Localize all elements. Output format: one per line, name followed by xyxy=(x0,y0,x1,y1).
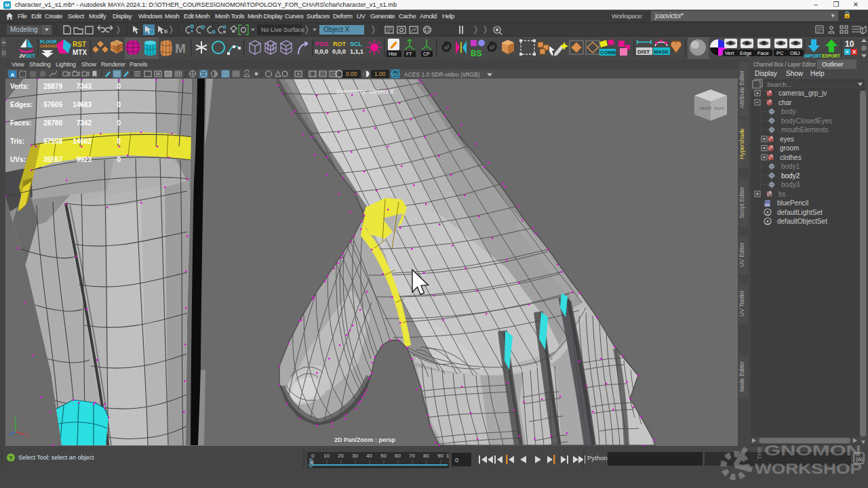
svg-text:1,1,1: 1,1,1 xyxy=(350,48,363,55)
svg-text:bluePencil: bluePencil xyxy=(777,199,808,207)
svg-text:MTX: MTX xyxy=(73,49,87,56)
svg-text:OBJ: OBJ xyxy=(790,50,800,56)
svg-text:Channel Box / Layer Editor: Channel Box / Layer Editor xyxy=(753,61,816,68)
svg-text:FLOOR: FLOOR xyxy=(40,39,57,44)
svg-text:Python: Python xyxy=(587,454,608,462)
svg-text:A: A xyxy=(11,72,15,78)
svg-text:mouthElements: mouthElements xyxy=(781,126,828,134)
svg-text:UVs:: UVs: xyxy=(10,156,26,163)
svg-text:M: M xyxy=(175,41,186,56)
svg-text:Tris:: Tris: xyxy=(10,138,24,145)
svg-text:X: X xyxy=(25,432,28,437)
svg-text:28780: 28780 xyxy=(43,119,62,127)
svg-text:CP: CP xyxy=(423,52,430,56)
svg-text:Edges:: Edges: xyxy=(10,101,33,108)
svg-text:DIST: DIST xyxy=(637,49,650,55)
svg-text:Hist: Hist xyxy=(389,52,397,56)
svg-text:IMPORT: IMPORT xyxy=(804,54,821,58)
svg-text:10: 10 xyxy=(323,453,330,459)
svg-text:57558: 57558 xyxy=(43,138,62,145)
svg-text:Edge: Edge xyxy=(740,50,752,56)
svg-text:0,0,0: 0,0,0 xyxy=(332,48,346,55)
svg-text:÷: ÷ xyxy=(846,49,849,55)
svg-text:80: 80 xyxy=(423,453,429,459)
svg-text:0: 0 xyxy=(117,156,121,163)
svg-text:Outliner: Outliner xyxy=(822,61,844,68)
svg-text:MASK: MASK xyxy=(654,49,669,55)
svg-text:char: char xyxy=(778,99,792,106)
svg-text:PC: PC xyxy=(776,50,784,56)
svg-text:90: 90 xyxy=(437,453,443,459)
svg-text:body2: body2 xyxy=(781,172,800,180)
svg-text:0: 0 xyxy=(455,457,458,464)
svg-text:30: 30 xyxy=(352,453,358,459)
svg-text:0,0,0: 0,0,0 xyxy=(315,48,328,55)
svg-text:?: ? xyxy=(9,455,13,462)
svg-text:Show: Show xyxy=(786,70,804,77)
svg-text:0.00: 0.00 xyxy=(346,70,357,77)
svg-text:50: 50 xyxy=(380,453,387,459)
svg-text:7343: 7343 xyxy=(77,83,92,90)
svg-text:0: 0 xyxy=(117,138,121,145)
svg-text:Modeling: Modeling xyxy=(10,26,38,33)
svg-text:THE: THE xyxy=(755,447,763,460)
svg-text:ACES 1.0 SDR-video (sRGB): ACES 1.0 SDR-video (sRGB) xyxy=(404,71,480,78)
svg-text:body1: body1 xyxy=(781,163,800,170)
svg-text:clothes: clothes xyxy=(780,154,802,161)
svg-text:body3: body3 xyxy=(781,181,800,188)
svg-text:Face: Face xyxy=(757,50,769,56)
svg-text:0: 0 xyxy=(117,101,121,108)
svg-text:defaultLightSet: defaultLightSet xyxy=(777,209,823,216)
svg-text:BS: BS xyxy=(471,49,482,58)
svg-text:cameras_grp_jv: cameras_grp_jv xyxy=(778,89,827,97)
svg-text:No Live Surface: No Live Surface xyxy=(261,26,304,33)
svg-text:Select Tool: select an object: Select Tool: select an object xyxy=(18,454,94,461)
svg-text:GN: GN xyxy=(392,73,397,77)
svg-text:10: 10 xyxy=(845,39,854,49)
svg-text:defaultObjectSet: defaultObjectSet xyxy=(777,218,827,225)
svg-text:0: 0 xyxy=(117,119,121,127)
svg-text:ROT: ROT xyxy=(333,41,347,47)
svg-text:bs: bs xyxy=(778,190,786,198)
svg-text:bodyClosedEyes: bodyClosedEyes xyxy=(781,117,832,125)
svg-text:0: 0 xyxy=(311,453,315,459)
svg-text:Symmetry: Object X: Symmetry: Object X xyxy=(336,88,394,95)
svg-text:Object X: Object X xyxy=(323,26,350,33)
svg-text:eyes: eyes xyxy=(780,136,794,143)
svg-text:JVSET: JVSET xyxy=(19,53,35,59)
svg-text:body: body xyxy=(781,108,796,115)
svg-text:X: X xyxy=(852,49,856,55)
svg-text:FT: FT xyxy=(406,52,412,56)
svg-text:FRONT: FRONT xyxy=(700,106,711,110)
svg-text:60: 60 xyxy=(395,453,401,459)
svg-text:2D Pan/Zoom : persp: 2D Pan/Zoom : persp xyxy=(334,436,396,443)
svg-text:groom: groom xyxy=(780,144,799,152)
svg-text:70: 70 xyxy=(409,453,415,459)
svg-text:RST: RST xyxy=(73,41,86,48)
svg-text:40: 40 xyxy=(366,453,372,459)
svg-text:WORKSHOP: WORKSHOP xyxy=(755,460,862,477)
svg-text:0: 0 xyxy=(311,460,314,466)
svg-text:Y: Y xyxy=(14,415,17,420)
svg-text:COMB: COMB xyxy=(600,49,616,56)
svg-text:CHECKER: CHECKER xyxy=(40,44,58,48)
svg-text:SCL: SCL xyxy=(350,41,363,47)
svg-text:Help: Help xyxy=(810,70,825,77)
svg-text:Vert: Vert xyxy=(725,50,734,56)
svg-text:57605: 57605 xyxy=(43,101,62,108)
svg-text:14682: 14682 xyxy=(73,138,92,145)
svg-text:9923: 9923 xyxy=(77,156,92,163)
svg-text:Faces:: Faces: xyxy=(10,119,32,127)
svg-text:0: 0 xyxy=(117,83,121,90)
svg-text:7342: 7342 xyxy=(77,119,92,127)
svg-text:Search...: Search... xyxy=(767,81,791,88)
svg-text:POS: POS xyxy=(315,41,328,47)
svg-text:35557: 35557 xyxy=(43,156,62,163)
svg-text:20: 20 xyxy=(338,453,344,459)
svg-text:28879: 28879 xyxy=(43,83,62,90)
svg-text:14683: 14683 xyxy=(73,101,92,108)
svg-text:1.00: 1.00 xyxy=(374,70,386,77)
svg-text:Display: Display xyxy=(755,70,777,77)
svg-text:Verts:: Verts: xyxy=(10,83,29,90)
svg-text:RIGHT: RIGHT xyxy=(714,106,725,110)
